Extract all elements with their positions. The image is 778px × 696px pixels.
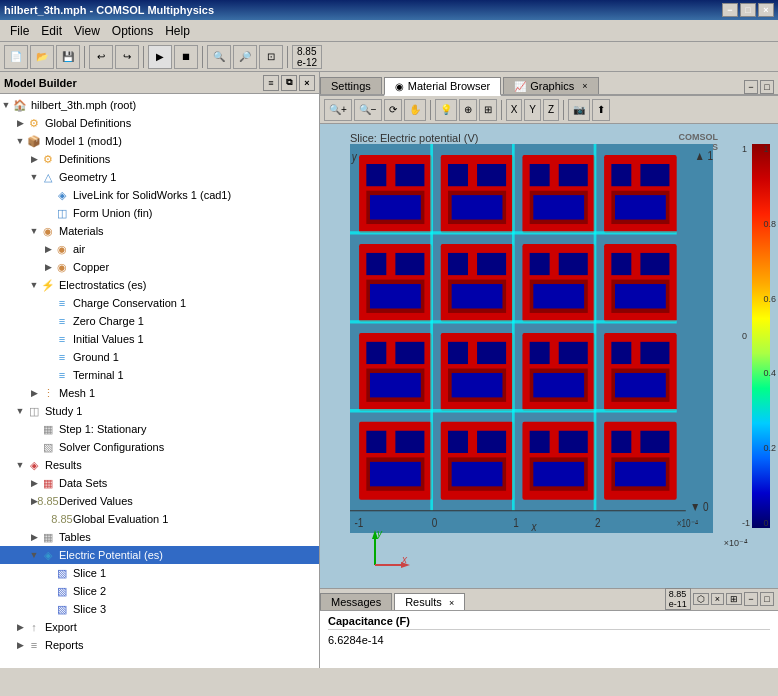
svg-rect-53 xyxy=(559,342,588,364)
svg-rect-18 xyxy=(640,164,669,186)
tree-item-solver_config[interactable]: ▧ Solver Configurations xyxy=(0,438,319,456)
tree-item-slice3[interactable]: ▧ Slice 3 xyxy=(0,600,319,618)
zoom-in-button[interactable]: 🔍 xyxy=(207,45,231,69)
redo-button[interactable]: ↪ xyxy=(115,45,139,69)
tree-item-ground1[interactable]: ≡ Ground 1 xyxy=(0,348,319,366)
svg-rect-63 xyxy=(395,431,424,453)
svg-text:1: 1 xyxy=(513,516,519,529)
copy-btn[interactable]: ⬡ xyxy=(693,593,709,605)
run-button[interactable]: ▶ xyxy=(148,45,172,69)
tree-item-electric_potential[interactable]: ▼ ◈ Electric Potential (es) xyxy=(0,546,319,564)
tree-icon: ⚙ xyxy=(26,115,42,131)
panel-btn-1[interactable]: ≡ xyxy=(263,75,279,91)
undo-button[interactable]: ↩ xyxy=(89,45,113,69)
tab-messages[interactable]: Messages xyxy=(320,593,392,610)
menu-file[interactable]: File xyxy=(4,22,35,40)
zoom-in-graphics[interactable]: 🔍+ xyxy=(324,99,352,121)
tree-arrow: ▼ xyxy=(28,226,40,236)
tabs-row: Settings ◉ Material Browser 📈 Graphics ×… xyxy=(320,72,778,96)
axis-btn[interactable]: ⊕ xyxy=(459,99,477,121)
tree-item-initial_values[interactable]: ≡ Initial Values 1 xyxy=(0,330,319,348)
svg-rect-75 xyxy=(533,462,584,486)
tab-material-browser[interactable]: ◉ Material Browser xyxy=(384,77,502,96)
tree-item-datasets[interactable]: ▶ ▦ Data Sets xyxy=(0,474,319,492)
tree-item-mesh1[interactable]: ▶ ⋮ Mesh 1 xyxy=(0,384,319,402)
svg-rect-37 xyxy=(611,253,631,275)
reset-view[interactable]: ⟳ xyxy=(384,99,402,121)
open-button[interactable]: 📂 xyxy=(30,45,54,69)
tab-graphics[interactable]: 📈 Graphics × xyxy=(503,77,598,94)
fit-button[interactable]: ⊡ xyxy=(259,45,283,69)
export-results-btn[interactable]: × xyxy=(711,593,724,605)
bottom-min-btn[interactable]: − xyxy=(744,592,758,606)
tree-item-charge_conservation[interactable]: ≡ Charge Conservation 1 xyxy=(0,294,319,312)
zoom-out-graphics[interactable]: 🔍− xyxy=(354,99,382,121)
tree-arrow: ▼ xyxy=(28,172,40,182)
tree-icon: ◈ xyxy=(54,187,70,203)
zoom-level[interactable]: 8.85e-12 xyxy=(292,45,322,69)
svg-rect-52 xyxy=(530,342,550,364)
tree-item-air[interactable]: ▶ ◉ air xyxy=(0,240,319,258)
tree-item-geometry1[interactable]: ▼ △ Geometry 1 xyxy=(0,168,319,186)
z-axis-btn[interactable]: Z xyxy=(543,99,559,121)
export-btn[interactable]: ⬆ xyxy=(592,99,610,121)
tree-item-zero_charge[interactable]: ≡ Zero Charge 1 xyxy=(0,312,319,330)
cb-mid-1: 1 xyxy=(742,144,750,154)
tree-item-definitions[interactable]: ▶ ⚙ Definitions xyxy=(0,150,319,168)
panel-btn-2[interactable]: ⧉ xyxy=(281,75,297,91)
tab-close-icon[interactable]: × xyxy=(582,81,587,91)
grid-btn[interactable]: ⊞ xyxy=(479,99,497,121)
maximize-button[interactable]: □ xyxy=(740,3,756,17)
tree-item-export[interactable]: ▶ ↑ Export xyxy=(0,618,319,636)
new-button[interactable]: 📄 xyxy=(4,45,28,69)
layout-btn[interactable]: ⊞ xyxy=(726,593,742,605)
tree-item-step_stationary[interactable]: ▦ Step 1: Stationary xyxy=(0,420,319,438)
zoom-out-button[interactable]: 🔎 xyxy=(233,45,257,69)
menu-help[interactable]: Help xyxy=(159,22,196,40)
pan-button[interactable]: ✋ xyxy=(404,99,426,121)
tab-maximize-btn[interactable]: □ xyxy=(760,80,774,94)
tree-icon: ≡ xyxy=(54,295,70,311)
fractal-plot: -1 0 1 2 y x ▲ 1 ▼ 0 ×10⁻⁴ xyxy=(350,144,713,533)
save-button[interactable]: 💾 xyxy=(56,45,80,69)
tree-item-tables[interactable]: ▶ ▦ Tables xyxy=(0,528,319,546)
tree-item-slice1[interactable]: ▧ Slice 1 xyxy=(0,564,319,582)
tree-item-global_defs[interactable]: ▶ ⚙ Global Definitions xyxy=(0,114,319,132)
tree-item-reports[interactable]: ▶ ≡ Reports xyxy=(0,636,319,654)
tree-item-results[interactable]: ▼ ◈ Results xyxy=(0,456,319,474)
menu-view[interactable]: View xyxy=(68,22,106,40)
menu-edit[interactable]: Edit xyxy=(35,22,68,40)
tree-item-slice2[interactable]: ▧ Slice 2 xyxy=(0,582,319,600)
tree-item-formunion[interactable]: ◫ Form Union (fin) xyxy=(0,204,319,222)
tree-item-global_eval[interactable]: 8.85 Global Evaluation 1 xyxy=(0,510,319,528)
menu-options[interactable]: Options xyxy=(106,22,159,40)
tree-item-terminal1[interactable]: ≡ Terminal 1 xyxy=(0,366,319,384)
minimize-button[interactable]: − xyxy=(722,3,738,17)
tree-item-copper[interactable]: ▶ ◉ Copper xyxy=(0,258,319,276)
scene-light[interactable]: 💡 xyxy=(435,99,457,121)
stop-button[interactable]: ⏹ xyxy=(174,45,198,69)
tree-label: Geometry 1 xyxy=(59,171,116,183)
results-tab-close[interactable]: × xyxy=(449,598,454,608)
tree-item-materials[interactable]: ▼ ◉ Materials xyxy=(0,222,319,240)
tree-item-root[interactable]: ▼ 🏠 hilbert_3th.mph (root) xyxy=(0,96,319,114)
close-button[interactable]: × xyxy=(758,3,774,17)
tree-label: LiveLink for SolidWorks 1 (cad1) xyxy=(73,189,231,201)
tree-item-derived_values[interactable]: ▶ 8.85 Derived Values xyxy=(0,492,319,510)
y-axis-btn[interactable]: Y xyxy=(524,99,541,121)
bottom-max-btn[interactable]: □ xyxy=(760,592,774,606)
x-axis-btn[interactable]: X xyxy=(506,99,523,121)
tab-results-bottom[interactable]: Results × xyxy=(394,593,465,610)
svg-rect-68 xyxy=(477,431,506,453)
tab-settings[interactable]: Settings xyxy=(320,77,382,94)
panel-btn-3[interactable]: × xyxy=(299,75,315,91)
screenshot-btn[interactable]: 📷 xyxy=(568,99,590,121)
tree-item-livelink[interactable]: ◈ LiveLink for SolidWorks 1 (cad1) xyxy=(0,186,319,204)
tree-label: Definitions xyxy=(59,153,110,165)
tree-item-model1[interactable]: ▼ 📦 Model 1 (mod1) xyxy=(0,132,319,150)
tab-minimize-btn[interactable]: − xyxy=(744,80,758,94)
tree-item-study1[interactable]: ▼ ◫ Study 1 xyxy=(0,402,319,420)
tree-arrow: ▶ xyxy=(28,532,40,542)
tree-item-electrostatics[interactable]: ▼ ⚡ Electrostatics (es) xyxy=(0,276,319,294)
tree-label: Electric Potential (es) xyxy=(59,549,163,561)
